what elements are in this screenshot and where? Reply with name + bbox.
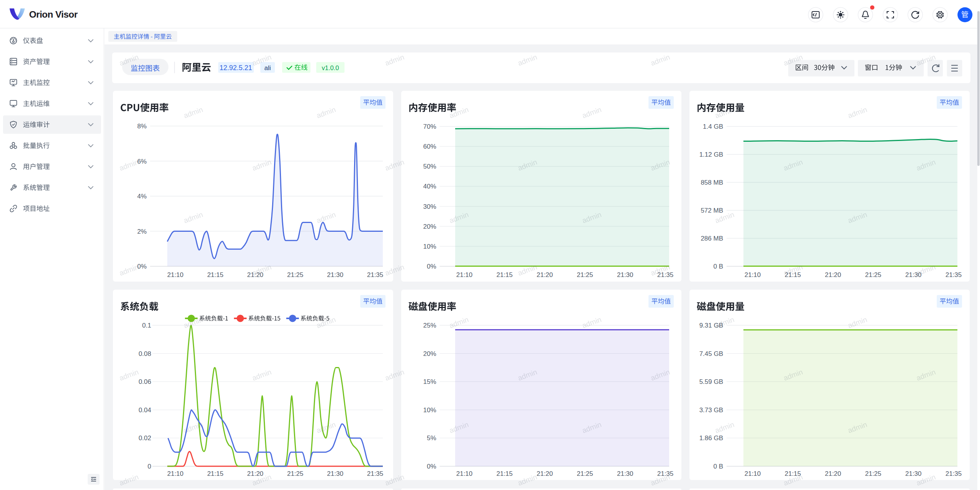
svg-text:9.31 GB: 9.31 GB bbox=[699, 322, 723, 329]
svg-text:ali: ali bbox=[264, 64, 271, 72]
svg-text:21:30: 21:30 bbox=[617, 271, 634, 279]
svg-text:21:35: 21:35 bbox=[946, 271, 962, 279]
svg-text:21:25: 21:25 bbox=[865, 470, 882, 477]
svg-text:21:15: 21:15 bbox=[497, 271, 513, 279]
svg-text:4%: 4% bbox=[137, 193, 147, 200]
svg-text:30%: 30% bbox=[423, 203, 436, 210]
svg-text:10%: 10% bbox=[423, 243, 436, 250]
svg-text:0.06: 0.06 bbox=[139, 378, 151, 385]
svg-text:21:20: 21:20 bbox=[537, 271, 553, 279]
svg-text:0%: 0% bbox=[427, 263, 436, 270]
svg-text:21:30: 21:30 bbox=[617, 470, 634, 477]
svg-text:21:30: 21:30 bbox=[327, 470, 343, 477]
svg-text:1.4 GB: 1.4 GB bbox=[703, 123, 723, 130]
svg-text:v1.0.0: v1.0.0 bbox=[322, 64, 339, 71]
svg-text:5.59 GB: 5.59 GB bbox=[699, 378, 723, 385]
svg-text:21:15: 21:15 bbox=[207, 470, 224, 477]
svg-text:21:20: 21:20 bbox=[537, 470, 553, 477]
svg-text:0%: 0% bbox=[137, 263, 147, 270]
svg-text:20%: 20% bbox=[423, 223, 436, 230]
svg-text:25%: 25% bbox=[423, 322, 436, 329]
svg-text:21:10: 21:10 bbox=[745, 470, 761, 477]
svg-text:12.92.5.21: 12.92.5.21 bbox=[219, 64, 252, 72]
svg-text:21:25: 21:25 bbox=[577, 271, 593, 279]
svg-text:21:20: 21:20 bbox=[247, 271, 264, 279]
svg-text:21:30: 21:30 bbox=[905, 271, 922, 279]
svg-text:21:35: 21:35 bbox=[657, 271, 674, 279]
svg-text:50%: 50% bbox=[423, 163, 436, 170]
svg-text:286 MB: 286 MB bbox=[701, 235, 723, 242]
svg-text:572 MB: 572 MB bbox=[701, 207, 723, 214]
svg-text:20%: 20% bbox=[423, 350, 436, 357]
svg-text:0.02: 0.02 bbox=[139, 434, 151, 442]
svg-text:21:10: 21:10 bbox=[456, 271, 473, 279]
svg-text:21:20: 21:20 bbox=[247, 470, 264, 477]
svg-text:0%: 0% bbox=[427, 463, 436, 470]
svg-text:1.86 GB: 1.86 GB bbox=[699, 434, 723, 442]
svg-text:15%: 15% bbox=[423, 378, 436, 385]
svg-text:21:15: 21:15 bbox=[207, 271, 224, 279]
svg-text:5%: 5% bbox=[427, 434, 436, 442]
svg-text:0: 0 bbox=[148, 463, 151, 470]
svg-text:70%: 70% bbox=[423, 123, 436, 130]
svg-text:21:30: 21:30 bbox=[327, 271, 343, 279]
svg-text:21:25: 21:25 bbox=[865, 271, 882, 279]
svg-text:Orion Visor: Orion Visor bbox=[29, 9, 78, 20]
svg-text:21:35: 21:35 bbox=[367, 470, 384, 477]
svg-text:0.04: 0.04 bbox=[139, 406, 151, 414]
svg-text:858 MB: 858 MB bbox=[701, 179, 723, 186]
svg-text:0 B: 0 B bbox=[713, 463, 723, 470]
svg-text:21:30: 21:30 bbox=[905, 470, 922, 477]
svg-text:21:35: 21:35 bbox=[657, 470, 674, 477]
svg-text:10%: 10% bbox=[423, 406, 436, 414]
svg-text:21:20: 21:20 bbox=[825, 271, 841, 279]
svg-text:21:15: 21:15 bbox=[785, 271, 801, 279]
svg-text:21:10: 21:10 bbox=[745, 271, 761, 279]
svg-text:2%: 2% bbox=[137, 228, 147, 235]
svg-text:21:15: 21:15 bbox=[785, 470, 801, 477]
svg-text:3.73 GB: 3.73 GB bbox=[699, 406, 723, 414]
svg-text:21:35: 21:35 bbox=[946, 470, 962, 477]
svg-text:21:25: 21:25 bbox=[287, 271, 304, 279]
svg-text:21:35: 21:35 bbox=[367, 271, 384, 279]
svg-text:0 B: 0 B bbox=[713, 263, 723, 270]
svg-text:21:10: 21:10 bbox=[167, 271, 184, 279]
svg-text:21:10: 21:10 bbox=[456, 470, 473, 477]
svg-text:8%: 8% bbox=[137, 123, 147, 130]
svg-text:6%: 6% bbox=[137, 158, 147, 165]
svg-text:1.12 GB: 1.12 GB bbox=[699, 151, 723, 158]
svg-text:21:20: 21:20 bbox=[825, 470, 841, 477]
svg-text:21:25: 21:25 bbox=[287, 470, 304, 477]
svg-text:7.45 GB: 7.45 GB bbox=[699, 350, 723, 357]
svg-text:60%: 60% bbox=[423, 143, 436, 150]
svg-text:21:25: 21:25 bbox=[577, 470, 593, 477]
svg-text:21:10: 21:10 bbox=[167, 470, 184, 477]
svg-text:0.1: 0.1 bbox=[142, 322, 151, 329]
svg-text:0.08: 0.08 bbox=[139, 350, 151, 357]
svg-text:40%: 40% bbox=[423, 183, 436, 190]
svg-text:21:15: 21:15 bbox=[497, 470, 513, 477]
